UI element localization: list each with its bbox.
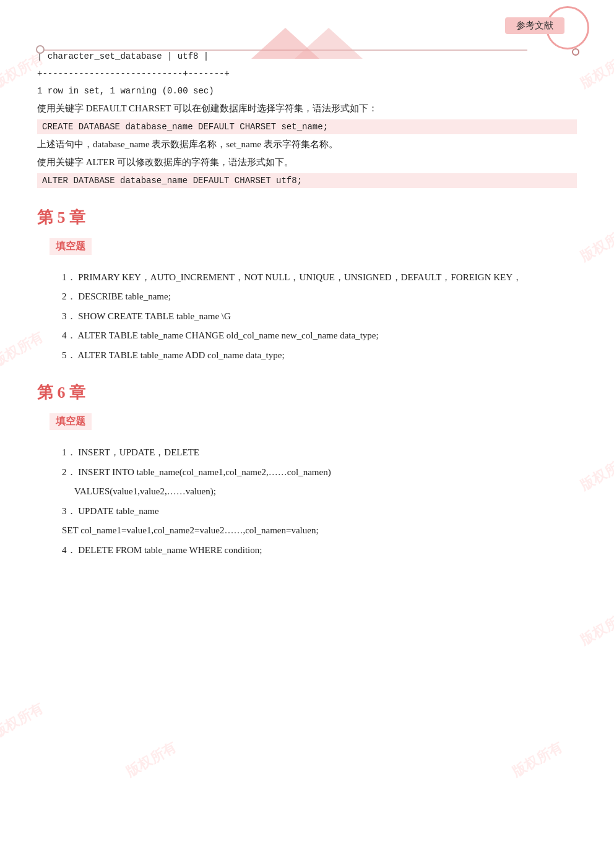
chapter6-heading: 第 6 章 xyxy=(37,382,577,403)
right-arrow xyxy=(295,28,363,59)
small-circle-left xyxy=(36,45,45,54)
code-text-2: ALTER DATABASE database_name DEFAULT CHA… xyxy=(42,176,302,186)
code-text-1: CREATE DATABASE database_name DEFAULT CH… xyxy=(42,122,328,132)
chapter6-section: 第 6 章 填空题 1． INSERT，UPDATE，DELETE 2． INS… xyxy=(37,382,577,558)
ch6-item-2: 2． INSERT INTO table_name(col_name1,col_… xyxy=(62,465,577,481)
ch5-item-2-num: 2． xyxy=(62,291,76,301)
separator-line-text: +---------------------------+-------+ xyxy=(37,67,577,82)
chapter6-section-heading: 填空题 xyxy=(50,413,92,430)
ch5-item-4-num: 4． xyxy=(62,330,76,340)
ch6-item-3-text: UPDATE table_name xyxy=(78,506,158,516)
row-info: 1 row in set, 1 warning (0.00 sec) xyxy=(37,84,577,99)
ch6-item-4: 4． DELETE FROM table_name WHERE conditio… xyxy=(62,543,577,559)
code-block-2: ALTER DATABASE database_name DEFAULT CHA… xyxy=(37,173,577,188)
watermark-6: 版权所有 xyxy=(577,606,614,650)
ch6-item-1-text: INSERT，UPDATE，DELETE xyxy=(78,447,199,457)
ch6-item-3b-text: SET col_name1=value1,col_name2=value2……,… xyxy=(62,525,319,535)
ch5-item-1: 1． PRIMARY KEY，AUTO_INCREMENT，NOT NULL，U… xyxy=(62,270,577,286)
small-circle-decoration xyxy=(572,48,579,56)
ch5-item-1-num: 1． xyxy=(62,272,76,282)
text3: 使用关键字 ALTER 可以修改数据库的字符集，语法形式如下。 xyxy=(37,155,577,171)
ch5-item-3-text: SHOW CREATE TABLE table_name \G xyxy=(78,311,231,321)
watermark-5: 版权所有 xyxy=(577,452,614,495)
ch6-item-4-num: 4． xyxy=(62,545,76,555)
ch5-item-2-text: DESCRIBE table_name; xyxy=(78,291,171,301)
main-content: | character_set_database | utf8 | +-----… xyxy=(37,49,577,558)
ch6-item-2b: VALUES(value1,value2,……valuen); xyxy=(74,484,577,500)
watermark-3: 版权所有 xyxy=(577,223,614,266)
ch6-item-2-text: INSERT INTO table_name(col_name1,col_nam… xyxy=(78,467,331,477)
ch6-item-3: 3． UPDATE table_name xyxy=(62,504,577,520)
ch6-item-3b: SET col_name1=value1,col_name2=value2……,… xyxy=(62,523,577,539)
ch6-item-1-num: 1． xyxy=(62,447,76,457)
ch6-item-2-num: 2． xyxy=(62,467,76,477)
watermark-9: 版权所有 xyxy=(509,738,565,781)
top-section: | character_set_database | utf8 | +-----… xyxy=(37,49,577,188)
arrow-decoration xyxy=(251,28,363,59)
watermark-2: 版权所有 xyxy=(577,49,614,93)
ch6-item-1: 1． INSERT，UPDATE，DELETE xyxy=(62,445,577,461)
text1: 使用关键字 DEFAULT CHARSET 可以在创建数据库时选择字符集，语法形… xyxy=(37,101,577,117)
chapter5-section: 第 5 章 填空题 1． PRIMARY KEY，AUTO_INCREMENT，… xyxy=(37,207,577,364)
chapter5-heading: 第 5 章 xyxy=(37,207,577,228)
code-block-1: CREATE DATABASE database_name DEFAULT CH… xyxy=(37,119,577,134)
ch5-item-5: 5． ALTER TABLE table_name ADD col_name d… xyxy=(62,348,577,364)
watermark-7: 版权所有 xyxy=(0,699,46,742)
ch6-item-2b-text: VALUES(value1,value2,……valuen); xyxy=(74,486,216,496)
ref-label: 参考文献 xyxy=(505,17,564,34)
chapter5-section-heading: 填空题 xyxy=(50,238,92,255)
ch5-item-3: 3． SHOW CREATE TABLE table_name \G xyxy=(62,309,577,325)
ch5-item-4: 4． ALTER TABLE table_name CHANGE old_col… xyxy=(62,328,577,344)
text2: 上述语句中，database_name 表示数据库名称，set_name 表示字… xyxy=(37,137,577,153)
ch5-item-2: 2． DESCRIBE table_name; xyxy=(62,289,577,305)
ch5-item-4-text: ALTER TABLE table_name CHANGE old_col_na… xyxy=(77,330,378,340)
ch5-item-5-num: 5． xyxy=(62,350,76,360)
ch5-item-3-num: 3． xyxy=(62,311,76,321)
watermark-8: 版权所有 xyxy=(123,738,179,781)
ch5-item-5-text: ALTER TABLE table_name ADD col_name data… xyxy=(77,350,284,360)
ch6-item-3-num: 3． xyxy=(62,506,76,516)
ch5-item-1-text: PRIMARY KEY，AUTO_INCREMENT，NOT NULL，UNIQ… xyxy=(78,272,522,282)
ch6-item-4-text: DELETE FROM table_name WHERE condition; xyxy=(78,545,262,555)
